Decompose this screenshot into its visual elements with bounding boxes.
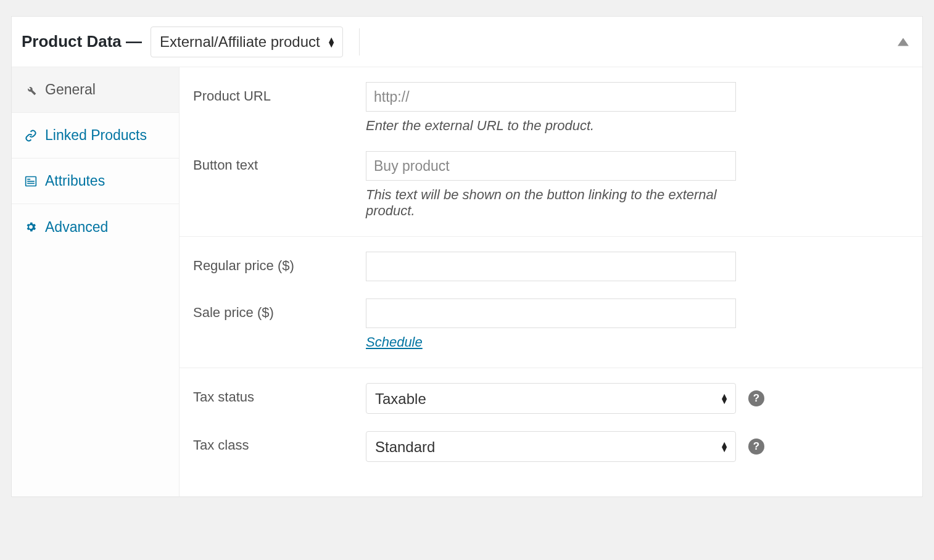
tab-general-label: General [45,81,96,98]
gear-icon [24,221,38,233]
field-button-text-row: Button text This text will be shown on t… [193,151,909,219]
group-tax: Tax status Taxable ▲▼ ? Tax class [180,368,922,479]
sale-price-label: Sale price ($) [193,299,366,321]
regular-price-input[interactable] [366,252,736,281]
tab-general[interactable]: General [12,67,179,113]
tab-advanced-label: Advanced [45,219,108,236]
svg-rect-3 [27,183,35,184]
tab-linked-products[interactable]: Linked Products [12,113,179,159]
field-product-url-row: Product URL Enter the external URL to th… [193,82,909,134]
help-icon[interactable]: ? [748,439,764,455]
schedule-link[interactable]: Schedule [366,334,423,350]
sale-price-input[interactable] [366,299,736,328]
tab-attributes[interactable]: Attributes [12,159,179,204]
link-icon [24,130,38,142]
tax-status-select[interactable]: Taxable [366,383,736,414]
tax-status-label: Tax status [193,383,366,405]
product-type-select[interactable]: External/Affiliate product [151,27,343,57]
field-tax-class-row: Tax class Standard ▲▼ ? [193,431,909,462]
tax-class-label: Tax class [193,431,366,453]
product-data-panel: Product Data — External/Affiliate produc… [11,16,923,497]
tax-class-select[interactable]: Standard [366,431,736,462]
tab-advanced[interactable]: Advanced [12,204,179,250]
field-tax-status-row: Tax status Taxable ▲▼ ? [193,383,909,414]
group-pricing: Regular price ($) Sale price ($) Schedul… [180,236,922,368]
button-text-input[interactable] [366,151,736,181]
panel-body: General Linked Products Attributes Advan… [12,67,922,496]
svg-rect-1 [27,178,30,179]
panel-title: Product Data — [22,32,142,51]
header-separator [359,28,360,56]
button-text-hint: This text will be shown on the button li… [366,187,736,219]
regular-price-label: Regular price ($) [193,252,366,274]
help-icon[interactable]: ? [748,390,764,406]
panel-header: Product Data — External/Affiliate produc… [12,17,922,67]
product-url-hint: Enter the external URL to the product. [366,118,736,134]
list-icon [24,175,38,187]
tabs-sidebar: General Linked Products Attributes Advan… [12,67,180,496]
collapse-toggle-icon[interactable] [898,38,909,46]
tab-attributes-label: Attributes [45,173,105,189]
content-area: Product URL Enter the external URL to th… [180,67,922,496]
group-external: Product URL Enter the external URL to th… [180,67,922,236]
field-regular-price-row: Regular price ($) [193,252,909,281]
button-text-label: Button text [193,151,366,173]
wrench-icon [24,84,38,96]
field-sale-price-row: Sale price ($) Schedule [193,299,909,350]
product-url-input[interactable] [366,82,736,112]
product-url-label: Product URL [193,82,366,104]
svg-rect-2 [27,181,35,182]
tab-linked-label: Linked Products [45,127,147,144]
